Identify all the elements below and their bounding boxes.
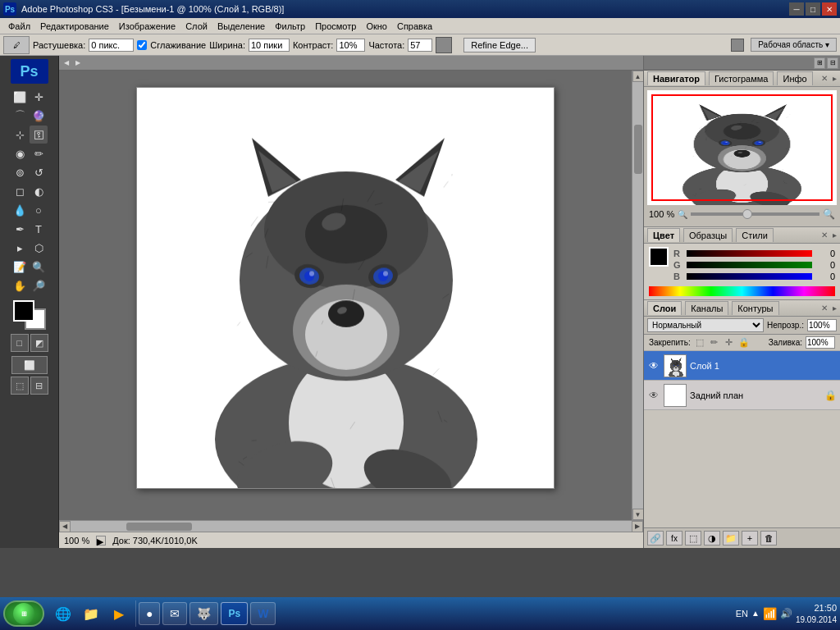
layers-close[interactable]: ✕ <box>821 304 828 313</box>
zoom-thumb[interactable] <box>742 209 752 219</box>
spectrum-bar[interactable] <box>649 286 835 296</box>
link-layers-btn[interactable]: 🔗 <box>647 531 664 546</box>
canvas-container[interactable] <box>136 87 555 489</box>
layer-row-1[interactable]: 👁 Слой 1 <box>644 351 840 381</box>
vertical-scrollbar[interactable]: ▲ ▼ <box>632 71 643 520</box>
history-brush-tool[interactable]: ↺ <box>30 163 48 181</box>
start-button[interactable]: ⊞ <box>3 600 44 627</box>
mask-btn-layers[interactable]: ⬚ <box>685 531 701 546</box>
spot-healing-tool[interactable]: ◉ <box>11 144 29 162</box>
delete-layer-btn[interactable]: 🗑 <box>760 531 777 546</box>
notes-tool[interactable]: 📝 <box>11 258 29 276</box>
status-arrow[interactable]: ▶ <box>96 536 106 546</box>
b-slider[interactable] <box>687 273 812 280</box>
brush-icon[interactable] <box>436 37 452 53</box>
canvas-nav-right[interactable]: ▶ <box>72 57 84 69</box>
zoom-large-icon[interactable]: 🔍 <box>823 208 835 220</box>
r-slider[interactable] <box>687 250 812 257</box>
width-input[interactable] <box>249 39 290 52</box>
menu-edit[interactable]: Редактирование <box>35 20 114 33</box>
brush-tool[interactable]: ✏ <box>30 144 48 162</box>
clone-stamp-tool[interactable]: ⊚ <box>11 163 29 181</box>
camera-icon[interactable] <box>731 39 744 52</box>
type-tool[interactable]: T <box>30 220 48 238</box>
selection-tool[interactable]: ⬜ <box>11 88 29 106</box>
slice-tool[interactable]: ⚿ <box>30 126 48 144</box>
menu-filter[interactable]: Фильтр <box>270 20 310 33</box>
eraser-tool[interactable]: ◻ <box>11 182 29 200</box>
group-btn[interactable]: 📁 <box>723 531 739 546</box>
media-icon[interactable]: ▶ <box>106 600 132 627</box>
tab-histogram[interactable]: Гистограмма <box>709 71 774 85</box>
eyedropper-tool[interactable]: 🔍 <box>30 258 48 276</box>
scroll-thumb-h[interactable] <box>126 523 192 531</box>
lock-all[interactable]: 🔒 <box>738 337 750 349</box>
maximize-button[interactable]: □ <box>806 2 820 16</box>
layers-menu[interactable]: ▸ <box>833 304 837 313</box>
tray-lang[interactable]: EN <box>736 609 748 619</box>
lock-paint[interactable]: ✏ <box>709 337 720 349</box>
blend-mode-select[interactable]: Нормальный <box>647 318 764 332</box>
minimize-button[interactable]: ─ <box>789 2 804 16</box>
screen-mode-btn1[interactable]: ⬜ <box>11 356 48 374</box>
tray-up-arrow[interactable]: ▲ <box>751 609 760 618</box>
opacity-input[interactable] <box>807 319 837 331</box>
g-slider[interactable] <box>687 262 812 268</box>
zoom-slider[interactable] <box>691 212 819 216</box>
explorer-icon[interactable]: 📁 <box>78 600 104 627</box>
lock-transparent[interactable]: ⬚ <box>694 337 705 349</box>
extra-btn1[interactable]: ⬚ <box>11 377 29 395</box>
taskbar-word[interactable]: W <box>250 602 276 625</box>
color-close[interactable]: ✕ <box>821 231 828 240</box>
panel-icon-1[interactable]: ⊞ <box>814 57 825 69</box>
smooth-checkbox[interactable] <box>137 40 147 50</box>
navigator-menu[interactable]: ▸ <box>833 74 837 83</box>
hand-tool[interactable]: ✋ <box>11 276 29 294</box>
menu-layer[interactable]: Слой <box>180 20 212 33</box>
foreground-color[interactable] <box>13 300 34 322</box>
layer-2-eye[interactable]: 👁 <box>647 389 660 402</box>
extra-btn2[interactable]: ⊟ <box>30 377 48 395</box>
standard-mode[interactable]: □ <box>11 334 29 352</box>
tab-color[interactable]: Цвет <box>647 228 680 242</box>
tab-swatches[interactable]: Образцы <box>683 228 733 242</box>
ie-icon[interactable]: 🌐 <box>50 600 76 627</box>
taskbar-wolf-image[interactable]: 🐺 <box>189 602 218 625</box>
tab-info[interactable]: Инфо <box>777 71 812 85</box>
panel-icon-2[interactable]: ⊟ <box>827 57 838 69</box>
fill-input[interactable] <box>806 336 835 349</box>
gradient-tool[interactable]: ◐ <box>30 182 48 200</box>
tab-paths[interactable]: Контуры <box>732 301 778 315</box>
dodge-tool[interactable]: ○ <box>30 201 48 219</box>
refine-edge-button[interactable]: Refine Edge... <box>463 38 536 52</box>
menu-help[interactable]: Справка <box>392 20 437 33</box>
move-tool[interactable]: ✛ <box>30 88 48 106</box>
taskbar-photoshop[interactable]: Ps <box>221 602 248 625</box>
close-button[interactable]: ✕ <box>822 2 837 16</box>
horizontal-scrollbar[interactable]: ◀ ▶ <box>59 520 643 532</box>
quick-mask-mode[interactable]: ◩ <box>30 334 48 352</box>
menu-file[interactable]: Файл <box>3 20 35 33</box>
layer-row-2[interactable]: 👁 Задний план 🔒 <box>644 381 840 410</box>
frequency-input[interactable] <box>408 39 432 52</box>
workspace-button[interactable]: Рабочая область ▾ <box>751 38 837 52</box>
pen-tool[interactable]: ✒ <box>11 220 29 238</box>
menu-window[interactable]: Окно <box>361 20 392 33</box>
feather-input[interactable] <box>89 39 134 52</box>
tab-styles[interactable]: Стили <box>736 228 774 242</box>
tray-clock[interactable]: 21:50 19.09.2014 <box>796 602 837 624</box>
contrast-input[interactable] <box>336 39 365 52</box>
magic-wand-tool[interactable]: 🔮 <box>30 107 48 125</box>
taskbar-mail[interactable]: ✉ <box>162 602 187 625</box>
tab-channels[interactable]: Каналы <box>685 301 728 315</box>
lock-move[interactable]: ✛ <box>724 337 735 349</box>
tab-navigator[interactable]: Навигатор <box>647 71 705 85</box>
tab-layers[interactable]: Слои <box>647 301 682 315</box>
crop-tool[interactable]: ⊹ <box>11 126 29 144</box>
scroll-right[interactable]: ▶ <box>632 521 643 532</box>
scroll-thumb-v[interactable] <box>634 125 642 174</box>
new-layer-btn[interactable]: + <box>742 531 758 546</box>
image-canvas[interactable] <box>137 88 555 489</box>
menu-view[interactable]: Просмотр <box>310 20 361 33</box>
zoom-small-icon[interactable]: 🔍 <box>678 210 687 219</box>
